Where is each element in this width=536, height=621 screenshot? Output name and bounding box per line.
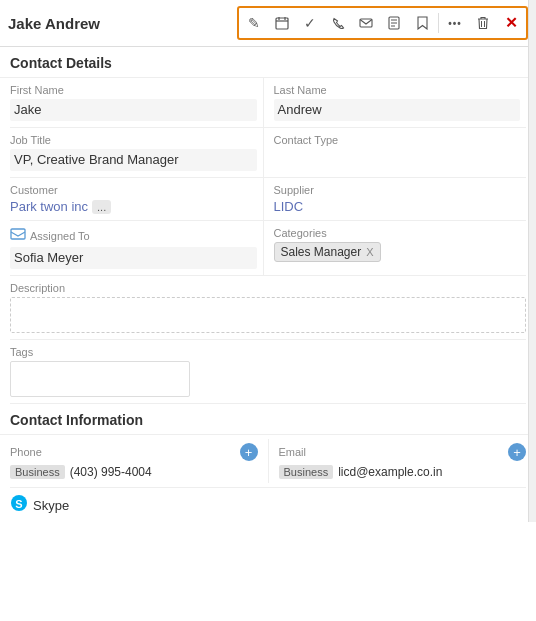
contact-name: Jake Andrew: [8, 15, 100, 32]
contact-details-section-header: Contact Details: [0, 47, 536, 78]
phone-type-badge: Business: [10, 465, 65, 479]
job-title-col: Job Title VP, Creative Brand Manager: [10, 128, 263, 177]
supplier-label: Supplier: [274, 184, 521, 196]
svg-text:S: S: [15, 498, 22, 510]
job-contact-row: Job Title VP, Creative Brand Manager Con…: [10, 128, 526, 178]
assigned-col: Assigned To Sofia Meyer: [10, 221, 263, 275]
assigned-to-value: Sofia Meyer: [10, 247, 257, 269]
contact-type-col: Contact Type: [263, 128, 527, 177]
svg-rect-0: [276, 18, 288, 29]
more-button[interactable]: •••: [442, 10, 468, 36]
tags-field[interactable]: [10, 361, 190, 397]
first-name-value: Jake: [10, 99, 257, 121]
customer-col: Customer Park twon inc ...: [10, 178, 263, 220]
contact-details-form: First Name Jake Last Name Andrew Job Tit…: [0, 78, 536, 404]
category-tag: Sales Manager X: [274, 242, 381, 262]
calendar-button[interactable]: [269, 10, 295, 36]
phone-col-header: Phone +: [10, 443, 258, 461]
last-name-value: Andrew: [274, 99, 521, 121]
customer-row-content: Park twon inc ...: [10, 199, 257, 214]
action-toolbar: ✎ ✓: [237, 6, 528, 40]
categories-col: Categories Sales Manager X: [263, 221, 527, 275]
contact-info-section-header: Contact Information: [0, 404, 536, 435]
email-label: Email: [279, 446, 307, 458]
tags-row: Tags: [10, 340, 526, 404]
email-add-button[interactable]: +: [508, 443, 526, 461]
phone-entry: Business (403) 995-4004: [10, 465, 258, 479]
email-value: licd@example.co.in: [338, 465, 442, 479]
last-name-label: Last Name: [274, 84, 521, 96]
description-label: Description: [10, 282, 526, 294]
bookmark-button[interactable]: [409, 10, 435, 36]
customer-label: Customer: [10, 184, 257, 196]
svg-rect-11: [11, 229, 25, 239]
supplier-link[interactable]: LIDC: [274, 199, 304, 214]
first-name-label: First Name: [10, 84, 257, 96]
name-row: First Name Jake Last Name Andrew: [10, 78, 526, 128]
phone-add-button[interactable]: +: [240, 443, 258, 461]
categories-label: Categories: [274, 227, 521, 239]
scrollbar[interactable]: [528, 0, 536, 522]
description-row: Description: [10, 276, 526, 340]
phone-label: Phone: [10, 446, 42, 458]
customer-supplier-row: Customer Park twon inc ... Supplier LIDC: [10, 178, 526, 221]
assigned-categories-row: Assigned To Sofia Meyer Categories Sales…: [10, 221, 526, 276]
categories-value: Sales Manager X: [274, 242, 521, 262]
delete-button[interactable]: [470, 10, 496, 36]
email-type-badge: Business: [279, 465, 334, 479]
header-bar: Jake Andrew ✎ ✓: [0, 0, 536, 47]
assigned-icon: [10, 227, 26, 244]
last-name-col: Last Name Andrew: [263, 78, 527, 127]
job-title-label: Job Title: [10, 134, 257, 146]
phone-button[interactable]: [325, 10, 351, 36]
assigned-to-label: Assigned To: [10, 227, 257, 244]
contact-type-label: Contact Type: [274, 134, 521, 146]
skype-row: S Skype: [10, 488, 526, 522]
contact-type-value: [274, 149, 521, 171]
email-col-header: Email +: [279, 443, 527, 461]
customer-link[interactable]: Park twon inc: [10, 199, 88, 214]
check-button[interactable]: ✓: [297, 10, 323, 36]
phone-number: (403) 995-4004: [70, 465, 152, 479]
phone-col: Phone + Business (403) 995-4004: [10, 439, 258, 483]
description-field[interactable]: [10, 297, 526, 333]
document-button[interactable]: [381, 10, 407, 36]
skype-icon: S: [10, 494, 28, 516]
contact-info-form: Phone + Business (403) 995-4004 Email + …: [0, 435, 536, 522]
phone-email-row: Phone + Business (403) 995-4004 Email + …: [10, 435, 526, 488]
email-col: Email + Business licd@example.co.in: [268, 439, 527, 483]
edit-button[interactable]: ✎: [241, 10, 267, 36]
email-entry: Business licd@example.co.in: [279, 465, 527, 479]
mail-button[interactable]: [353, 10, 379, 36]
skype-label: Skype: [33, 498, 69, 513]
first-name-col: First Name Jake: [10, 78, 263, 127]
category-tag-close[interactable]: X: [366, 246, 373, 258]
tags-label: Tags: [10, 346, 526, 358]
supplier-col: Supplier LIDC: [263, 178, 527, 220]
category-tag-label: Sales Manager: [281, 245, 362, 259]
close-button[interactable]: ✕: [498, 10, 524, 36]
toolbar-separator: [438, 13, 439, 33]
customer-more-button[interactable]: ...: [92, 200, 111, 214]
job-title-value: VP, Creative Brand Manager: [10, 149, 257, 171]
